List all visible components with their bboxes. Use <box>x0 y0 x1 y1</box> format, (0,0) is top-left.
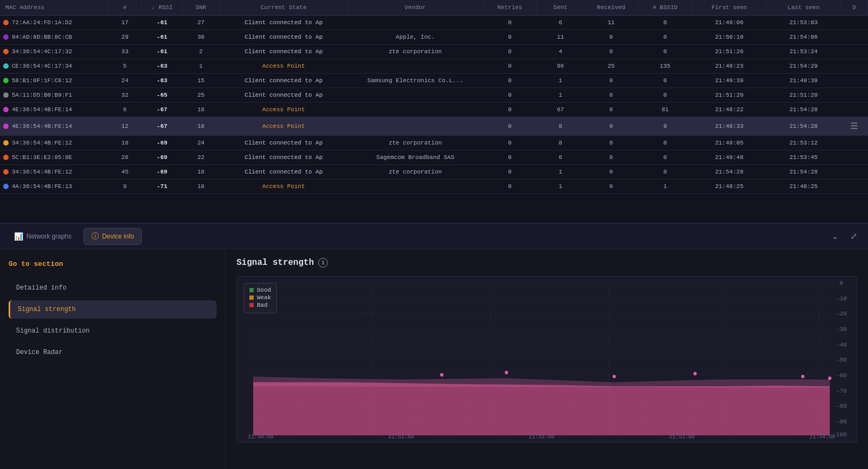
col-header-bssid[interactable]: # BSSID <box>638 0 692 16</box>
cell-snr: 30 <box>182 30 219 45</box>
cell-d <box>841 74 867 88</box>
svg-text:0: 0 <box>840 280 843 286</box>
panel-tabs-bar: 📊 Network graphs ⓘ Device info ⌄ ⤢ <box>0 223 868 249</box>
cell-vendor <box>348 179 483 194</box>
cell-first-seen: 21:48:23 <box>692 59 766 74</box>
cell-received: 0 <box>584 150 639 165</box>
cell-rssi: -61 <box>142 30 182 45</box>
col-header-sent[interactable]: Sent <box>537 0 584 16</box>
cell-snr: 18 <box>182 103 219 117</box>
table-row[interactable]: 34:36:54:4C:17:3233-612Client connected … <box>0 45 868 59</box>
tab-device-info[interactable]: ⓘ Device info <box>83 228 142 245</box>
table-row[interactable]: 4A:36:54:4B:FE:139-7118Access Point01012… <box>0 179 868 194</box>
cell-retries: 0 <box>483 103 537 117</box>
cell-last-seen: 21:53:12 <box>766 136 841 150</box>
svg-text:-10: -10 <box>836 295 847 301</box>
cell-num: 24 <box>108 74 142 88</box>
cell-num: 12 <box>108 117 142 136</box>
tab-network-graphs-label: Network graphs <box>26 233 71 240</box>
table-row[interactable]: 58:B1:0F:1F:C8:1224-6315Client connected… <box>0 74 868 88</box>
cell-first-seen: 21:48:33 <box>692 117 766 136</box>
cell-bssid: 0 <box>638 16 692 30</box>
cell-retries: 0 <box>483 45 537 59</box>
cell-last-seen: 21:51:20 <box>766 88 841 103</box>
cell-num: 9 <box>108 179 142 194</box>
sidebar-item-signal-distribution[interactable]: Signal distribution <box>9 322 217 340</box>
svg-marker-16 <box>253 382 830 435</box>
legend-weak-dot <box>249 295 254 300</box>
sidebar-item-signal-strength[interactable]: Signal strength <box>9 300 217 319</box>
table-row[interactable]: 4E:36:54:4B:FE:1412-6718Access Point0809… <box>0 117 868 136</box>
cell-retries: 0 <box>483 16 537 30</box>
cell-retries: 0 <box>483 88 537 103</box>
col-header-vendor[interactable]: Vendor <box>348 0 483 16</box>
svg-text:-60: -60 <box>836 372 847 379</box>
cell-received: 25 <box>584 59 639 74</box>
devices-table: MAC Address # ↓ RSSI SNR Current State V… <box>0 0 868 194</box>
table-row[interactable]: 5C:B1:3E:E2:05:8E26-6922Client connected… <box>0 150 868 165</box>
table-row[interactable]: CE:36:54:4C:17:345-631Access Point096251… <box>0 59 868 74</box>
col-header-mac[interactable]: MAC Address <box>0 0 108 16</box>
col-header-last-seen[interactable]: Last seen <box>766 0 841 16</box>
cell-num: 17 <box>108 16 142 30</box>
col-header-state[interactable]: Current State <box>219 0 348 16</box>
cell-mac: 4A:36:54:4B:FE:13 <box>0 179 108 194</box>
table-row[interactable]: 72:AA:24:FD:1A:D217-6127Client connected… <box>0 16 868 30</box>
cell-d <box>841 179 867 194</box>
tab-device-info-label: Device info <box>102 233 134 240</box>
cell-mac: 34:36:54:4C:17:32 <box>0 45 108 59</box>
cell-vendor: Samsung Electronics Co.L... <box>348 74 483 88</box>
sidebar-item-device-radar[interactable]: Device Radar <box>9 343 217 362</box>
panel-content: Go to section Detailed info Signal stren… <box>0 249 868 469</box>
cell-vendor: Apple, Inc. <box>348 30 483 45</box>
svg-point-22 <box>801 375 805 378</box>
col-header-num[interactable]: # <box>108 0 142 16</box>
cell-first-seen: 21:48:25 <box>692 179 766 194</box>
svg-text:-30: -30 <box>836 326 847 333</box>
cell-sent: 8 <box>537 117 584 136</box>
cell-retries: 0 <box>483 150 537 165</box>
legend-good: Good <box>249 287 271 293</box>
signal-chart-svg: 0 -10 -20 -30 -40 -50 -60 -70 -80 -90 -1… <box>237 277 857 442</box>
sidebar-item-detailed-info[interactable]: Detailed info <box>9 279 217 297</box>
tabs-left: 📊 Network graphs ⓘ Device info <box>6 228 142 245</box>
svg-point-19 <box>505 371 508 374</box>
cell-mac: 5A:11:D5:B0:B9:F1 <box>0 88 108 103</box>
table-row[interactable]: 84:AD:8D:BB:8C:CB29-6130Client connected… <box>0 30 868 45</box>
cell-d <box>841 45 867 59</box>
cell-num: 32 <box>108 88 142 103</box>
tab-network-graphs[interactable]: 📊 Network graphs <box>6 229 79 244</box>
cell-num: 33 <box>108 45 142 59</box>
chart-info-icon[interactable]: i <box>318 258 328 268</box>
col-header-snr[interactable]: SNR <box>182 0 219 16</box>
device-table-section: MAC Address # ↓ RSSI SNR Current State V… <box>0 0 868 223</box>
svg-marker-17 <box>253 377 830 388</box>
table-scroll-container[interactable]: MAC Address # ↓ RSSI SNR Current State V… <box>0 0 868 223</box>
svg-point-21 <box>693 372 697 375</box>
cell-snr: 15 <box>182 74 219 88</box>
x-label-3: 21:53:00 <box>669 434 695 440</box>
collapse-button[interactable]: ⌄ <box>827 229 843 243</box>
table-row[interactable]: 5A:11:D5:B0:B9:F132-6525Client connected… <box>0 88 868 103</box>
cell-sent: 11 <box>537 30 584 45</box>
col-header-retries[interactable]: Retries <box>483 0 537 16</box>
cell-rssi: -67 <box>142 103 182 117</box>
cell-rssi: -69 <box>142 150 182 165</box>
table-row[interactable]: 4E:36:54:4B:FE:146-6718Access Point06708… <box>0 103 868 117</box>
go-to-section-title: Go to section <box>9 260 217 268</box>
cell-state: Client connected to Ap <box>219 74 348 88</box>
cell-state: Access Point <box>219 117 348 136</box>
col-header-received[interactable]: Received <box>584 0 639 16</box>
table-row[interactable]: 34:36:54:4B:FE:1218-6924Client connected… <box>0 136 868 150</box>
expand-button[interactable]: ⤢ <box>846 229 862 243</box>
col-header-first-seen[interactable]: First seen <box>692 0 766 16</box>
cell-snr: 25 <box>182 88 219 103</box>
cell-d <box>841 103 867 117</box>
cell-sent: 4 <box>537 45 584 59</box>
x-label-1: 21:51:00 <box>388 434 414 440</box>
info-circle-icon: ⓘ <box>91 232 99 241</box>
cell-first-seen: 21:54:28 <box>692 165 766 179</box>
table-row[interactable]: 34:36:54:4B:FE:1245-6918Client connected… <box>0 165 868 179</box>
col-header-rssi[interactable]: ↓ RSSI <box>142 0 182 16</box>
cell-rssi: -61 <box>142 16 182 30</box>
